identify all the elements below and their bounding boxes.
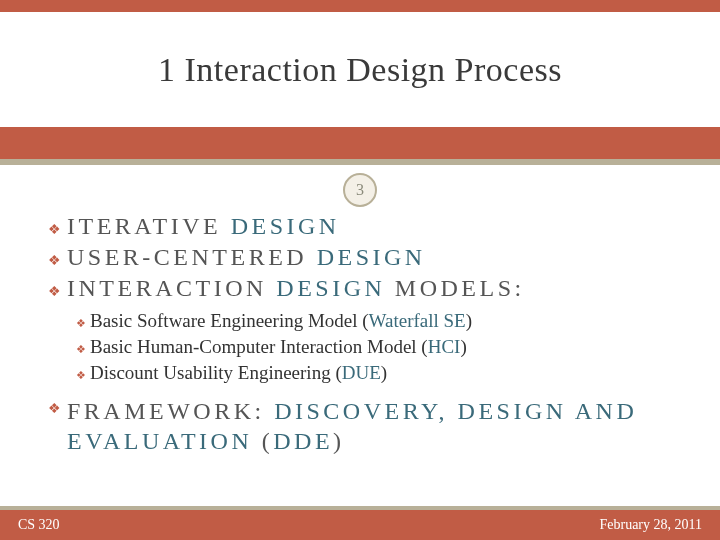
text-pre: FRAMEWORK:: [67, 398, 274, 424]
text-post: (: [252, 428, 273, 454]
text-accent: HCI: [428, 336, 461, 357]
bullet-text: INTERACTION DESIGN MODELS:: [67, 275, 525, 302]
slide-title: 1 Interaction Design Process: [158, 51, 562, 89]
text-pre: Basic Human-Computer Interaction Model (: [90, 336, 428, 357]
page-number-badge: 3: [343, 173, 377, 207]
text-pre: INTERACTION: [67, 275, 276, 301]
text-post: ): [460, 336, 466, 357]
bullet-interaction-models: ❖ INTERACTION DESIGN MODELS:: [48, 275, 672, 302]
text-pre: USER-CENTERED: [67, 244, 317, 270]
title-strip: 1 Interaction Design Process: [0, 12, 720, 127]
slide-content: ❖ ITERATIVE DESIGN ❖ USER-CENTERED DESIG…: [0, 165, 720, 456]
text-post: ): [466, 310, 472, 331]
slide-footer: CS 320 February 28, 2011: [0, 506, 720, 540]
diamond-icon: ❖: [48, 285, 61, 299]
sub-text: Basic Software Engineering Model (Waterf…: [90, 310, 472, 332]
bullet-text: USER-CENTERED DESIGN: [67, 244, 426, 271]
diamond-icon: ❖: [76, 369, 86, 382]
bullet-text: FRAMEWORK: DISCOVERY, DESIGN AND EVALUAT…: [67, 396, 672, 456]
text-accent: DESIGN: [276, 275, 385, 301]
text-post: ): [333, 428, 345, 454]
title-band: 1 Interaction Design Process: [0, 0, 720, 165]
sub-text: Discount Usability Engineering (DUE): [90, 362, 387, 384]
text-accent: DDE: [273, 428, 333, 454]
diamond-icon: ❖: [48, 254, 61, 268]
bullet-framework: ❖ FRAMEWORK: DISCOVERY, DESIGN AND EVALU…: [48, 396, 672, 456]
text-accent: DUE: [342, 362, 381, 383]
text-post: MODELS:: [385, 275, 524, 301]
footer-left: CS 320: [18, 517, 60, 533]
text-accent: Waterfall SE: [369, 310, 466, 331]
bullet-text: ITERATIVE DESIGN: [67, 213, 340, 240]
bullet-user-centered: ❖ USER-CENTERED DESIGN: [48, 244, 672, 271]
footer-right: February 28, 2011: [599, 517, 702, 533]
sub-bullet-list: ❖ Basic Software Engineering Model (Wate…: [76, 310, 672, 384]
sub-waterfall: ❖ Basic Software Engineering Model (Wate…: [76, 310, 672, 332]
diamond-icon: ❖: [76, 317, 86, 330]
bullet-iterative: ❖ ITERATIVE DESIGN: [48, 213, 672, 240]
text-accent: DESIGN: [317, 244, 426, 270]
diamond-icon: ❖: [48, 223, 61, 237]
sub-due: ❖ Discount Usability Engineering (DUE): [76, 362, 672, 384]
diamond-icon: ❖: [76, 343, 86, 356]
text-pre: ITERATIVE: [67, 213, 231, 239]
text-pre: Discount Usability Engineering (: [90, 362, 342, 383]
sub-text: Basic Human-Computer Interaction Model (…: [90, 336, 467, 358]
text-pre: Basic Software Engineering Model (: [90, 310, 369, 331]
text-post: ): [381, 362, 387, 383]
page-number: 3: [356, 181, 364, 199]
text-accent: DESIGN: [231, 213, 340, 239]
sub-hci: ❖ Basic Human-Computer Interaction Model…: [76, 336, 672, 358]
diamond-icon: ❖: [48, 402, 61, 416]
